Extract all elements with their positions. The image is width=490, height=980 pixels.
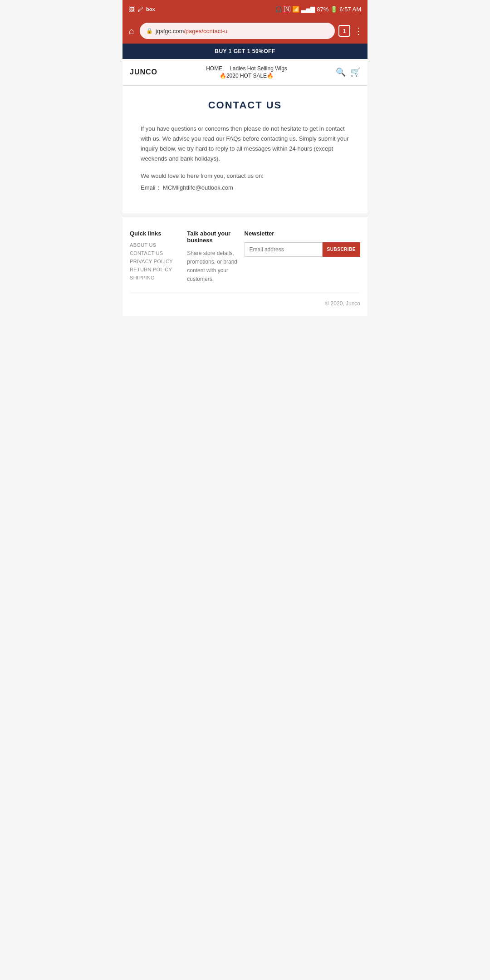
site-footer: Quick links ABOUT US CONTACT US PRIVACY … — [122, 216, 368, 316]
footer-columns: Quick links ABOUT US CONTACT US PRIVACY … — [130, 230, 360, 284]
url-text: jqsfgc.com/pages/contact-u — [156, 28, 227, 34]
newsletter-subscribe-button[interactable]: SUBSCRIBE — [323, 242, 360, 257]
contact-body-text: If you have questions or concerns then p… — [141, 124, 349, 164]
browser-menu-button[interactable]: ⋮ — [354, 25, 363, 36]
image-icon: 🖼 — [129, 6, 135, 13]
headphone-icon: 🎧 — [275, 6, 282, 13]
footer-link-privacy[interactable]: PRIVACY POLICY — [130, 259, 182, 264]
wifi-icon: 📶 — [292, 6, 299, 13]
footer-copyright: © 2020, Junco — [130, 293, 360, 307]
announcement-text: BUY 1 GET 1 50%OFF — [215, 48, 275, 54]
talk-business-text: Share store details, promotions, or bran… — [187, 249, 240, 284]
status-left: 🖼 🖊 box — [129, 6, 155, 13]
newsletter-form: SUBSCRIBE — [245, 242, 360, 257]
nav-top-row: HOME Ladies Hot Selling Wigs — [206, 65, 287, 72]
quick-links-title: Quick links — [130, 230, 182, 237]
footer-quick-links: Quick links ABOUT US CONTACT US PRIVACY … — [130, 230, 182, 284]
battery-level: 87% — [317, 6, 328, 13]
footer-link-return[interactable]: RETURN POLICY — [130, 267, 182, 272]
nfc-icon: N — [284, 6, 290, 12]
site-header: JUNCO HOME Ladies Hot Selling Wigs 🔥2020… — [122, 59, 368, 86]
battery-icon: 🔋 — [330, 6, 338, 13]
signal-icon: ▃▅▇ — [301, 6, 315, 13]
time-display: 6:57 AM — [339, 6, 361, 13]
nav-home-link[interactable]: HOME — [206, 65, 222, 72]
browser-url-bar[interactable]: 🔒 jqsfgc.com/pages/contact-u — [140, 23, 335, 39]
footer-newsletter: Newsletter SUBSCRIBE — [245, 230, 360, 284]
announcement-bar: BUY 1 GET 1 50%OFF — [122, 44, 368, 59]
pen-icon: 🖊 — [137, 6, 143, 13]
empty-area — [122, 316, 368, 588]
talk-business-title: Talk about your business — [187, 230, 240, 244]
browser-tab-button[interactable]: 1 — [338, 25, 350, 37]
status-bar: 🖼 🖊 box 🎧 N 📶 ▃▅▇ 87% 🔋 6:57 AM — [122, 0, 368, 18]
status-right: 🎧 N 📶 ▃▅▇ 87% 🔋 6:57 AM — [275, 6, 361, 13]
header-icons: 🔍 🛒 — [336, 67, 360, 77]
browser-home-button[interactable]: ⌂ — [127, 24, 136, 38]
nav-sale-label[interactable]: 🔥2020 HOT SALE🔥 — [220, 73, 274, 79]
site-nav: HOME Ladies Hot Selling Wigs 🔥2020 HOT S… — [206, 65, 287, 79]
nav-wigs-link[interactable]: Ladies Hot Selling Wigs — [230, 65, 287, 72]
contact-line1: We would love to here from you, contact … — [141, 171, 349, 181]
newsletter-title: Newsletter — [245, 230, 360, 237]
lock-icon: 🔒 — [146, 28, 153, 34]
browser-bar: ⌂ 🔒 jqsfgc.com/pages/contact-u 1 ⋮ — [122, 18, 368, 44]
page-title: CONTACT US — [141, 99, 349, 111]
newsletter-email-input[interactable] — [245, 242, 323, 257]
main-content: CONTACT US If you have questions or conc… — [122, 86, 368, 213]
footer-link-shipping[interactable]: SHIPPING — [130, 275, 182, 280]
footer-link-contact[interactable]: CONTACT US — [130, 250, 182, 256]
footer-talk-business: Talk about your business Share store det… — [187, 230, 240, 284]
box-icon: box — [146, 6, 155, 12]
search-icon[interactable]: 🔍 — [336, 67, 346, 77]
contact-line2: Emali： MCMlightlife@outlook.com — [141, 183, 349, 193]
footer-link-about[interactable]: ABOUT US — [130, 242, 182, 248]
cart-icon[interactable]: 🛒 — [350, 67, 360, 77]
site-logo[interactable]: JUNCO — [130, 68, 157, 76]
